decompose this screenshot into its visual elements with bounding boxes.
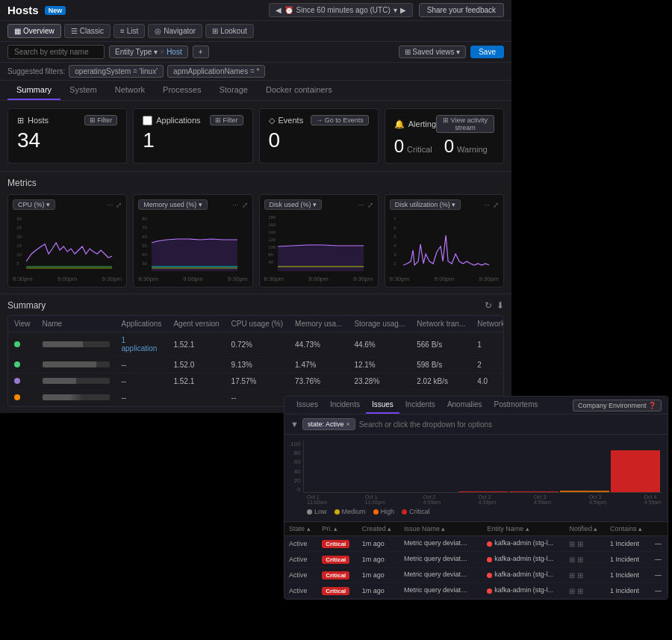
col-notified[interactable]: Notified ▴	[564, 522, 606, 536]
row-view-4[interactable]	[8, 390, 37, 406]
activity-stream-btn[interactable]: ⊞ View activity stream	[436, 115, 494, 133]
row-view-2[interactable]	[8, 357, 37, 373]
svg-text:60: 60	[142, 234, 147, 239]
tab-processes[interactable]: Processes	[154, 81, 210, 100]
incidents-tab-2[interactable]: Incidents	[399, 397, 441, 414]
col-entity-name[interactable]: Entity Name ▴	[482, 522, 564, 536]
suggested-chip-1[interactable]: operatingSystem = 'linux'	[69, 65, 164, 78]
add-filter-btn[interactable]: +	[193, 46, 209, 58]
col-issue-name[interactable]: Issue Name ▴	[399, 522, 482, 536]
postmortems-tab[interactable]: Postmortems	[488, 397, 544, 414]
metrics-title: Metrics	[7, 178, 504, 188]
classic-btn[interactable]: ☰ Classic	[64, 24, 111, 38]
disk-used-expand-icon[interactable]: ⤢	[367, 201, 373, 209]
disk-used-more-icon[interactable]: ···	[358, 201, 364, 209]
row-apps-1[interactable]: 1 application	[116, 332, 168, 357]
lookout-btn[interactable]: ⊞ Lookout	[205, 24, 254, 38]
col-created[interactable]: Created ▴	[358, 522, 399, 536]
svg-text:120: 120	[268, 237, 276, 242]
views-icon: ⊞	[405, 48, 411, 56]
critical-dot	[402, 509, 407, 515]
disk-util-expand-icon[interactable]: ⤢	[493, 201, 499, 209]
issue-contains-1: 1 Incident	[606, 536, 650, 552]
issue-actions-3[interactable]: —	[650, 568, 668, 583]
feedback-button[interactable]: Share your feedback	[419, 3, 504, 17]
charts-row: CPU (%) ▾ ··· ⤢ 30 25 20 15 10 5	[7, 194, 504, 288]
remove-state-chip[interactable]: ×	[346, 420, 349, 428]
hosts-filter-btn[interactable]: ⊞ Filter	[84, 115, 118, 125]
disk-used-label[interactable]: Disk used (%) ▾	[264, 199, 323, 210]
refresh-icon[interactable]: ↻	[485, 300, 492, 311]
bar-col-6	[560, 491, 609, 492]
navigator-btn[interactable]: ◎ Navigator	[148, 24, 202, 38]
cpu-chart-label[interactable]: CPU (%) ▾	[13, 199, 55, 210]
time-range-selector[interactable]: ◀ ⏰ Since 60 minutes ago (UTC) ▾ ▶	[269, 3, 413, 17]
save-btn[interactable]: Save	[470, 46, 504, 58]
issue-actions-2[interactable]: —	[650, 552, 668, 568]
list-btn[interactable]: ≡ List	[113, 24, 145, 38]
memory-chart-svg: 80 70 60 50 40 30	[138, 213, 247, 273]
tab-summary[interactable]: Summary	[7, 81, 60, 100]
bar-col-7	[611, 450, 660, 492]
issue-actions-4[interactable]: —	[650, 583, 668, 599]
table-row: -- 1.52.1 17.57% 73.76% 23.28% 2.02 kB/s…	[8, 373, 504, 390]
col-priority[interactable]: Pri. ▴	[317, 522, 358, 536]
issue-name-2[interactable]: Metric query deviated from...	[399, 552, 482, 568]
issues-search-input[interactable]	[359, 420, 662, 429]
anomalies-tab[interactable]: Anomalies	[441, 397, 488, 414]
row-apps-4: --	[116, 390, 168, 406]
col-contains[interactable]: Contains ▴	[606, 522, 650, 536]
bar-chart-area	[303, 441, 662, 493]
memory-chart-label[interactable]: Memory used (%) ▾	[138, 199, 208, 210]
memory-chart-times: 8:30pm9:00pm9:30pm	[138, 276, 247, 282]
issue-entity-2[interactable]: kafka-admin (stg-l...	[482, 552, 564, 568]
issue-actions-1[interactable]: —	[650, 536, 668, 552]
apps-filter-btn[interactable]: ⊞ Filter	[210, 115, 243, 125]
issue-name-4[interactable]: Metric query deviated from...	[399, 583, 482, 599]
entity-type-chip[interactable]: Entity Type ▾ × Host	[109, 46, 188, 58]
cpu-more-icon[interactable]: ···	[107, 201, 113, 209]
cpu-chart-actions: ··· ⤢	[107, 201, 122, 209]
env-badge[interactable]: Company Environment ❓	[573, 400, 662, 411]
issue-contains-3: 1 Incident	[606, 568, 650, 583]
issues-tab-2[interactable]: Issues	[366, 397, 399, 414]
row-view-3[interactable]	[8, 373, 37, 390]
filter-toggle-icon[interactable]: ▼	[290, 420, 299, 429]
lookout-icon: ⊞	[212, 27, 218, 35]
chart-x-labels: Oct 111:00am Oct 111:00pm Oct 24:59am Oc…	[290, 494, 662, 505]
tab-docker[interactable]: Docker containers	[257, 81, 341, 100]
memory-more-icon[interactable]: ···	[232, 201, 238, 209]
events-icon: ◇	[269, 116, 275, 125]
issue-entity-4[interactable]: kafka-admin (stg-l...	[482, 583, 564, 599]
state-chip[interactable]: state: Active ×	[302, 418, 355, 430]
left-arrow-icon: ◀	[276, 6, 281, 14]
download-icon[interactable]: ⬇	[497, 300, 504, 311]
alerting-counts: 0 Critical 0 Warning	[394, 136, 494, 157]
cpu-expand-icon[interactable]: ⤢	[116, 201, 122, 209]
overview-btn[interactable]: ▦ Overview	[7, 24, 61, 38]
state-label: state: Active	[308, 420, 344, 428]
issue-name-3[interactable]: Metric query deviated from...	[399, 568, 482, 583]
issue-entity-3[interactable]: kafka-admin (stg-l...	[482, 568, 564, 583]
disk-util-label[interactable]: Disk utilization (%) ▾	[390, 199, 461, 210]
issue-name-1[interactable]: Metric query deviated from...	[399, 536, 482, 552]
disk-util-more-icon[interactable]: ···	[484, 201, 490, 209]
tab-storage[interactable]: Storage	[210, 81, 257, 100]
search-input[interactable]	[7, 45, 105, 59]
row-net-1: 1	[471, 332, 504, 357]
tab-network[interactable]: Network	[106, 81, 154, 100]
memory-chart: Memory used (%) ▾ ··· ⤢ 80 70 60 50 40	[133, 194, 252, 288]
saved-views-btn[interactable]: ⊞ Saved views ▾	[399, 46, 467, 58]
applications-checkbox[interactable]	[143, 116, 152, 125]
issues-tab-1[interactable]: Issues	[290, 397, 324, 414]
memory-expand-icon[interactable]: ⤢	[242, 201, 248, 209]
svg-text:40: 40	[268, 260, 273, 264]
col-state[interactable]: State ▴	[284, 522, 317, 536]
suggested-chip-2[interactable]: apmApplicationNames = *	[167, 65, 265, 78]
go-to-events-btn[interactable]: → Go to Events	[311, 115, 369, 125]
issue-entity-1[interactable]: kafka-admin (stg-l...	[482, 536, 564, 552]
incidents-tab-1[interactable]: Incidents	[324, 397, 366, 414]
disk-util-chart: Disk utilization (%) ▾ ··· ⤢ 7 6 5 4 3	[385, 194, 504, 288]
row-view-1[interactable]	[8, 332, 37, 357]
tab-system[interactable]: System	[60, 81, 106, 100]
